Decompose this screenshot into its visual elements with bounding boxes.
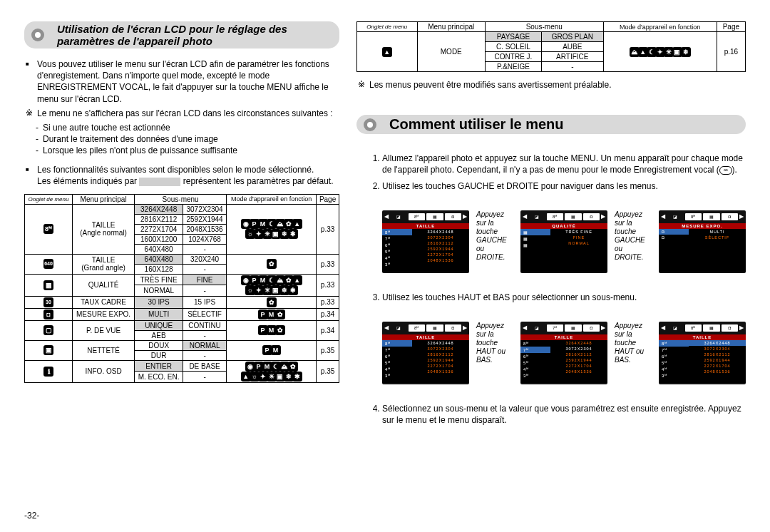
mode-icons-row-1: ◉PM☾⛰✿▲ ☼✦☀▣❄✱	[227, 204, 317, 254]
step-4: Sélectionnez un sous-menu et la valeur q…	[382, 403, 746, 426]
th-page: Page	[317, 194, 339, 204]
label-mode: MODE	[417, 32, 485, 72]
lcd-screen-3: ◀◪8ᴹ▦◘▶ MESURE EXPO. ◘◘ MULTI SÉLECTIF	[659, 210, 746, 273]
section-dot-icon	[364, 118, 376, 131]
icon-infoosd: ℹ	[25, 360, 73, 382]
lcd-note-2: Appuyez sur la touche GAUCHE ou DROITE.	[615, 210, 652, 262]
page-taille-normal: p.33	[317, 204, 339, 254]
label-nettete: NETTETÉ	[73, 340, 135, 360]
intro-paragraph: Vous pouvez utiliser le menu sur l'écran…	[24, 58, 339, 105]
lcd-note-4: Appuyez sur la touche HAUT ou BAS.	[615, 322, 652, 364]
features-intro: Les fonctionnalités suivantes sont dispo…	[24, 164, 339, 187]
page-title: Utilisation de l'écran LCD pour le régla…	[57, 23, 287, 47]
record-icon: ∞	[719, 166, 732, 175]
icon-taux: 30	[25, 296, 73, 308]
settings-table: Onglet de menu Menu principal Sous-menu …	[24, 194, 339, 383]
th-onglet: Onglet de menu	[25, 194, 73, 204]
lcd-screen-5: ◀◪7ᴹ▦◘▶ TAILLE 8ᴹ 7ᴹ 6ᴹ 5ᴹ 4ᴹ 3ᴹ 3264X24…	[520, 322, 607, 384]
label-infoosd: INFO. OSD	[73, 360, 135, 382]
lcd-row-2: ◀◪8ᴹ▦◘▶ TAILLE 8ᴹ 7ᴹ 6ᴹ 5ᴹ 4ᴹ 3ᴹ 3264X24…	[382, 322, 746, 384]
th-mode: Mode d'apprareil en fonction	[227, 194, 317, 204]
steps-list-3: Sélectionnez un sous-menu et la valeur q…	[356, 403, 746, 430]
step-1: Allumez l'appareil photo et appuyez sur …	[382, 153, 746, 175]
default-chip	[139, 178, 180, 186]
th-principal: Menu principal	[73, 194, 135, 204]
note-item-1: Si une autre touche est actionnée	[24, 122, 339, 133]
mode-icons-row-3: ◉PM☾⛰✿▲ ☼✦☀▣❄✱	[227, 274, 317, 296]
icon-qualite: ▦	[25, 274, 73, 296]
th-sous: Sous-menu	[135, 194, 227, 204]
note-right: Les menus peuvent être modifiés sans ave…	[356, 79, 746, 91]
page-number: -32-	[24, 511, 39, 521]
mode-icons-row-2: ✿	[227, 254, 317, 274]
note-item-3: Lorsque les piles n'ont plus de puissanc…	[24, 145, 339, 156]
label-taille-normal: TAILLE(Angle normal)	[73, 204, 135, 254]
settings-table-right: Onglet de menu Menu principal Sous-menu …	[356, 21, 746, 72]
lcd-note-1: Appuyez sur la touche GAUCHE ou DROITE.	[476, 210, 513, 262]
note-item-2: Durant le traitement des données d'une i…	[24, 133, 339, 145]
lcd-row-1: ◀◪8ᴹ▦◘▶ TAILLE 8ᴹ 7ᴹ 6ᴹ 5ᴹ 4ᴹ 3ᴹ 3264X24…	[382, 210, 746, 273]
title-dot-icon	[31, 29, 44, 41]
steps-list-2: Utilisez les touches HAUT et BAS pour sé…	[356, 292, 746, 307]
label-qualite: QUALITÉ	[73, 274, 135, 296]
label-pdevue: P. DE VUE	[73, 320, 135, 340]
lcd-screen-4: ◀◪8ᴹ▦◘▶ TAILLE 8ᴹ 7ᴹ 6ᴹ 5ᴹ 4ᴹ 3ᴹ 3264X24…	[382, 322, 469, 384]
lcd-screen-2: ◀◪8ᴹ▦◘▶ QUALITÉ ▦▦▦ TRÈS FINE FINE NORMA…	[520, 210, 607, 273]
steps-list: Allumez l'appareil photo et appuyez sur …	[356, 153, 746, 196]
icon-taille-8m: 8ᴹ	[25, 204, 73, 254]
label-mesure: MESURE EXPO.	[73, 308, 135, 320]
section-title: Comment utiliser le menu	[389, 116, 564, 132]
icon-pdevue: ▢	[25, 320, 73, 340]
lcd-note-3: Appuyez sur la touche HAUT ou BAS.	[476, 322, 513, 364]
icon-mesure: ◘	[25, 308, 73, 320]
icon-nettete: ▣	[25, 340, 73, 360]
section-title-pill: Comment utiliser le menu	[356, 115, 746, 134]
label-taux: TAUX CADRE	[73, 296, 135, 308]
icon-mode: ▲	[357, 32, 418, 72]
lcd-screen-6: ◀◪8ᴹ▦◘▶ TAILLE 8ᴹ 7ᴹ 6ᴹ 5ᴹ 4ᴹ 3ᴹ 3264X24…	[659, 322, 746, 384]
note-paragraph: Le menu ne s'affichera pas sur l'écran L…	[24, 108, 339, 119]
label-taille-grand: TAILLE(Grand angle)	[73, 254, 135, 274]
lcd-screen-1: ◀◪8ᴹ▦◘▶ TAILLE 8ᴹ 7ᴹ 6ᴹ 5ᴹ 4ᴹ 3ᴹ 3264X24…	[382, 210, 469, 273]
page-title-pill: Utilisation de l'écran LCD pour le régla…	[24, 21, 339, 48]
step-2: Utilisez les touches GAUCHE et DROITE po…	[382, 180, 746, 192]
icon-taille-640: 640	[25, 254, 73, 274]
step-3: Utilisez les touches HAUT et BAS pour sé…	[382, 292, 746, 303]
mode-icons-row-r: ⛰▲☾✦☀▣❄	[603, 32, 717, 72]
